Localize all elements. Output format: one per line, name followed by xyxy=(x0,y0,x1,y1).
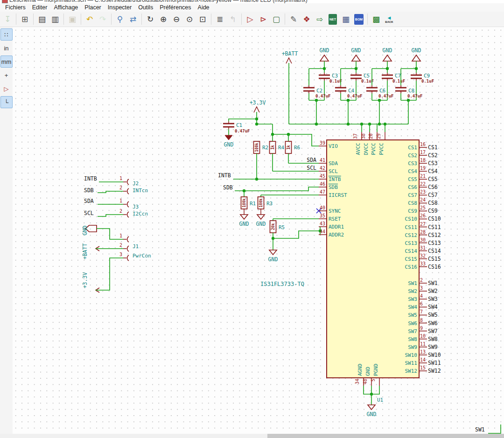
pin-name[interactable]: SCL xyxy=(329,168,338,174)
connector-ref[interactable]: J1 xyxy=(133,243,139,250)
wire-addr[interactable] xyxy=(273,231,320,238)
capacitor-ref[interactable]: C9 xyxy=(424,73,430,79)
pin-name[interactable]: SW10 xyxy=(405,352,418,358)
pin-name[interactable]: CS1 xyxy=(408,145,417,151)
connector-value[interactable]: PwrCon xyxy=(133,253,151,259)
net-label-CS13[interactable]: CS13 xyxy=(428,240,441,246)
pin-name[interactable]: CS7 xyxy=(408,192,417,198)
pin-name[interactable]: RSET xyxy=(329,216,341,222)
hierarchy-navigator-button[interactable]: ≣ xyxy=(214,13,226,25)
resistor-value[interactable]: 100k xyxy=(255,143,259,152)
zoom-selection-button[interactable]: ⊡ xyxy=(196,13,209,25)
net-label-CS5[interactable]: CS5 xyxy=(428,176,438,182)
connector-pin-arc[interactable] xyxy=(127,179,129,185)
page-settings-button[interactable]: ⊞ xyxy=(19,13,31,25)
gnd-label[interactable]: GND xyxy=(224,141,234,148)
grid-toggle-button[interactable]: ∷ xyxy=(0,28,13,41)
pin-name[interactable]: SW3 xyxy=(408,296,417,302)
menu-item-prfrences[interactable]: Préférences xyxy=(156,4,194,11)
gnd-symbol[interactable] xyxy=(383,55,392,61)
wire-sdb[interactable] xyxy=(235,187,319,191)
pin-number[interactable]: 24 xyxy=(420,197,426,202)
menu-item-outils[interactable]: Outils xyxy=(135,4,156,11)
pin-name[interactable]: VIO xyxy=(329,143,338,149)
net-label-CS12[interactable]: CS12 xyxy=(428,232,441,238)
power-label[interactable]: +BATT xyxy=(282,50,298,57)
resistor-ref[interactable]: R3 xyxy=(266,201,273,207)
resistor-ref[interactable]: R4 xyxy=(278,145,285,151)
pin-number[interactable]: 48 xyxy=(363,379,368,384)
pin-name[interactable]: CS6 xyxy=(408,184,417,190)
erc-button[interactable]: ❖ xyxy=(301,13,313,25)
capacitor-value[interactable]: 0.1uF xyxy=(329,79,342,83)
capacitor-ref[interactable]: C4 xyxy=(348,88,355,94)
pin-name[interactable]: SYNC xyxy=(329,208,341,214)
pin-number[interactable]: 16 xyxy=(420,142,426,147)
net-label-CS6[interactable]: CS6 xyxy=(428,184,438,190)
gnd-symbol[interactable] xyxy=(240,215,248,219)
pin-name[interactable]: PVCC xyxy=(378,143,385,155)
gnd-symbol[interactable] xyxy=(257,215,265,219)
connector-pin-arc[interactable] xyxy=(127,212,129,217)
net-label-CS10[interactable]: CS10 xyxy=(428,216,441,222)
gnd-symbol[interactable] xyxy=(352,55,360,61)
net-label-CS2[interactable]: CS2 xyxy=(428,152,438,159)
capacitor-value[interactable]: 0.1uF xyxy=(392,79,405,83)
gnd-symbol[interactable] xyxy=(368,405,375,410)
pin-name[interactable]: CS5 xyxy=(408,176,417,182)
undo-button[interactable]: ↶ xyxy=(84,13,96,25)
net-label-CS15[interactable]: CS15 xyxy=(428,256,441,262)
pin-number[interactable]: 9 xyxy=(420,326,423,331)
pin-number[interactable]: 21 xyxy=(420,174,426,179)
pin-number[interactable]: 46 xyxy=(320,181,325,187)
footprint-chooser-button[interactable]: ▢ xyxy=(270,13,282,25)
pin-number[interactable]: 15 xyxy=(420,365,426,370)
pin-number[interactable]: 18 xyxy=(420,158,426,163)
pin-name[interactable]: CS9 xyxy=(408,208,417,214)
ic-part-name[interactable]: IS31FL3733-TQ xyxy=(260,281,304,287)
pin-name[interactable]: SW5 xyxy=(408,312,417,318)
wire[interactable] xyxy=(229,119,257,121)
resistor-value[interactable]: 100k xyxy=(259,198,263,207)
paste-button[interactable]: ▣ xyxy=(66,13,78,25)
net-label-SW12[interactable]: SW12 xyxy=(428,368,441,374)
capacitor-ref[interactable]: C2 xyxy=(316,88,322,94)
wire-sw1[interactable] xyxy=(488,424,501,433)
pin-name[interactable]: CS2 xyxy=(408,153,417,159)
gnd-label[interactable]: GND xyxy=(268,256,278,263)
net-label-CS8[interactable]: CS8 xyxy=(428,200,438,206)
pin-number[interactable]: 1 xyxy=(119,233,122,238)
update-pcb-button[interactable]: ⇨ xyxy=(314,13,326,25)
resistor-value[interactable]: 1k xyxy=(287,145,291,150)
netlist-button[interactable]: NET xyxy=(327,13,339,25)
menu-item-fichiers[interactable]: Fichiers xyxy=(2,4,29,11)
pin-number[interactable]: 10 xyxy=(420,334,426,339)
capacitor-value[interactable]: 0.1uF xyxy=(421,79,434,83)
net-label-sdb[interactable]: SDB xyxy=(223,184,233,191)
pin-number[interactable]: 43 xyxy=(320,221,325,226)
net-label-sdb[interactable]: SDB xyxy=(84,187,94,194)
units-inches-button[interactable]: in xyxy=(0,42,13,54)
menu-item-placer[interactable]: Placer xyxy=(81,4,104,11)
pin-number[interactable]: 25 xyxy=(420,205,426,210)
gnd-symbol[interactable] xyxy=(320,55,329,61)
pin-name[interactable]: SW11 xyxy=(405,360,418,366)
net-label-SW4[interactable]: SW4 xyxy=(428,304,438,310)
wire[interactable] xyxy=(98,215,123,216)
pin-name[interactable]: SW9 xyxy=(408,344,417,350)
connector-value[interactable]: INTcn xyxy=(133,188,148,194)
wire[interactable] xyxy=(98,191,123,193)
capacitor-value[interactable]: 0.47uF xyxy=(407,94,423,98)
net-label-scl[interactable]: SCL xyxy=(84,210,94,216)
leave-sheet-button[interactable]: ↰ xyxy=(227,13,239,25)
annotate-button[interactable]: ✎ xyxy=(287,13,300,25)
pin-number[interactable]: 41 xyxy=(320,158,325,163)
net-label-SW10[interactable]: SW10 xyxy=(428,352,441,358)
pin-name[interactable]: CS4 xyxy=(408,168,417,174)
power-label[interactable]: +3.3V xyxy=(250,99,266,106)
pin-number[interactable]: 28 xyxy=(420,229,426,235)
pin-name[interactable]: CS16 xyxy=(405,264,418,270)
pin-number[interactable]: 27 xyxy=(420,222,426,227)
pin-number[interactable]: 19 xyxy=(420,166,426,171)
pin-number[interactable]: 2 xyxy=(420,278,423,283)
